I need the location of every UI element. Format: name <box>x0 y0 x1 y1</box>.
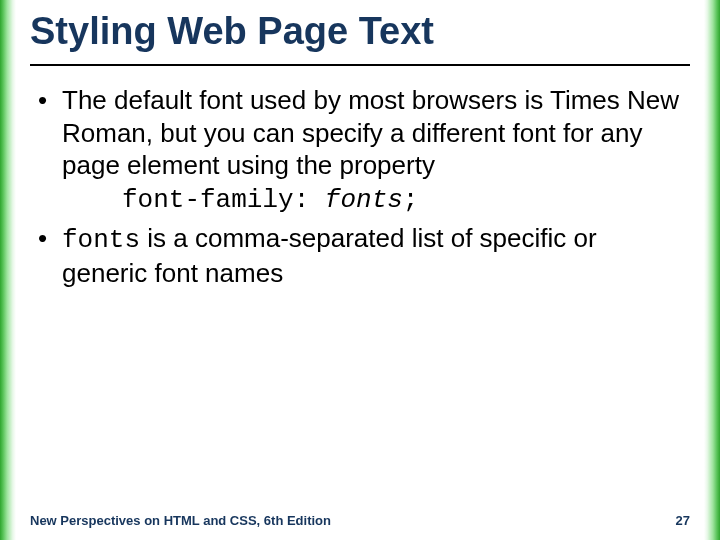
code-semicolon: ; <box>403 185 419 215</box>
bullet-text: The default font used by most browsers i… <box>62 85 679 180</box>
slide: Styling Web Page Text The default font u… <box>0 0 720 540</box>
bullet-item: The default font used by most browsers i… <box>38 84 680 216</box>
footer-source: New Perspectives on HTML and CSS, 6th Ed… <box>30 513 331 528</box>
bullet-text: is a comma-separated list of specific or… <box>62 223 597 288</box>
slide-title: Styling Web Page Text <box>30 10 690 62</box>
slide-body: The default font used by most browsers i… <box>38 84 680 295</box>
code-line: font-family: fonts; <box>122 184 680 217</box>
bullet-item: fonts is a comma-separated list of speci… <box>38 222 680 289</box>
title-underline <box>30 64 690 66</box>
code-property: font-family: <box>122 185 309 215</box>
bullet-list: The default font used by most browsers i… <box>38 84 680 289</box>
mono-lead: fonts <box>62 225 140 255</box>
slide-footer: New Perspectives on HTML and CSS, 6th Ed… <box>30 513 690 528</box>
left-gradient-bar <box>0 0 16 540</box>
code-value: fonts <box>325 185 403 215</box>
right-gradient-bar <box>704 0 720 540</box>
page-number: 27 <box>676 513 690 528</box>
